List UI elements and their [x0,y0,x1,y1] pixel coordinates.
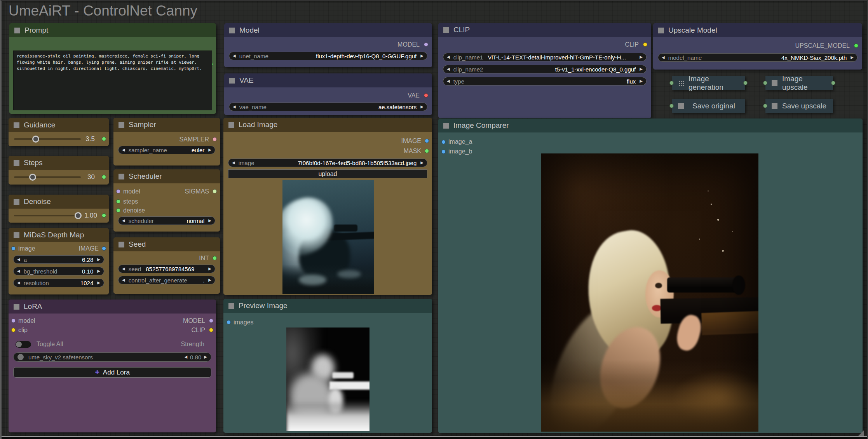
decrement-arrow-icon[interactable]: ◀ [233,54,236,58]
node-header[interactable]: MiDaS Depth Map [9,228,109,242]
node-header[interactable]: VAE [224,73,432,87]
upload-button[interactable]: upload [228,169,427,178]
output-port-mask[interactable] [425,149,429,153]
node-midas-depth-map[interactable]: MiDaS Depth Map image IMAGE ◀ a 6.28 ▶ ◀… [9,228,109,294]
collapse-toggle-icon[interactable] [658,28,664,33]
node-lora[interactable]: LoRA model MODEL clip CLIP Toggle All St… [9,300,216,432]
input-port-image-b[interactable] [441,150,446,154]
node-header[interactable]: Prompt [9,23,216,37]
node-header[interactable]: Denoise [9,195,109,209]
decrement-arrow-icon[interactable]: ◀ [122,148,125,152]
input-port-model[interactable] [116,189,120,193]
midas-bg-threshold-number[interactable]: ◀ bg_threshold 0.10 ▶ [13,267,104,275]
node-scheduler[interactable]: Scheduler model SIGMAS steps denoise ◀ s… [113,169,220,232]
increment-arrow-icon[interactable]: ▶ [208,219,211,223]
collapse-toggle-icon[interactable] [14,160,19,166]
collapse-toggle-icon[interactable] [14,232,19,238]
input-port-image[interactable] [11,246,16,251]
input-port-model[interactable] [11,319,16,323]
input-port[interactable] [763,104,767,108]
clip-name2-combo[interactable]: ◀ clip_name2 t5-v1_1-xxl-encoder-Q8_0.gg… [443,65,647,73]
collapsed-node-save-original[interactable]: Save original [672,99,745,113]
lora-enable-switch[interactable] [17,354,24,360]
decrement-arrow-icon[interactable]: ◀ [17,269,20,273]
output-port[interactable] [102,213,106,218]
decrement-arrow-icon[interactable]: ◀ [17,258,20,261]
node-model[interactable]: Model MODEL ◀ unet_name flux1-depth-dev-… [224,23,432,67]
node-header[interactable]: Load Image [223,118,432,132]
increment-arrow-icon[interactable]: ▶ [851,56,854,59]
output-port-image[interactable] [425,139,429,143]
increment-arrow-icon[interactable]: ▶ [420,105,424,109]
collapse-toggle-icon[interactable] [119,122,124,128]
decrement-arrow-icon[interactable]: ◀ [447,79,450,83]
increment-arrow-icon[interactable]: ▶ [204,355,207,359]
increment-arrow-icon[interactable]: ▶ [97,258,100,261]
decrement-arrow-icon[interactable]: ◀ [122,267,125,271]
decrement-arrow-icon[interactable]: ◀ [184,355,187,359]
steps-slider-knob[interactable] [29,174,36,181]
node-header[interactable]: Steps [9,156,109,170]
increment-arrow-icon[interactable]: ▶ [640,55,643,59]
increment-arrow-icon[interactable]: ▶ [420,161,424,165]
node-clip[interactable]: CLIP CLIP ◀ clip_name1 ViT-L-14-TEXT-det… [438,23,651,118]
node-header[interactable]: Model [224,23,432,37]
collapse-toggle-icon[interactable] [229,78,235,84]
increment-arrow-icon[interactable]: ▶ [640,79,643,83]
vae-name-combo[interactable]: ◀ vae_name ae.safetensors ▶ [229,103,427,111]
collapse-toggle-icon[interactable] [772,80,777,86]
decrement-arrow-icon[interactable]: ◀ [232,161,235,165]
node-denoise[interactable]: Denoise 1.00 [9,195,109,223]
output-port[interactable] [831,81,835,85]
node-steps[interactable]: Steps 30 [9,156,109,185]
guidance-slider-track[interactable] [14,138,81,140]
node-header[interactable]: Preview Image [223,299,432,313]
input-port[interactable] [669,104,674,108]
output-port[interactable] [743,81,748,85]
node-sampler[interactable]: Sampler SAMPLER ◀ sampler_name euler ▶ [113,118,220,165]
node-header[interactable]: Guidance [9,118,109,132]
comparer-image[interactable] [541,153,758,432]
image-file-combo[interactable]: ◀ image 7f06bf0d-167e-4ed5-bd88-1b505f53… [228,159,427,167]
output-port-model[interactable] [424,42,428,47]
seed-number[interactable]: ◀ seed 852577689784569 ▶ [118,265,215,273]
decrement-arrow-icon[interactable]: ◀ [233,105,236,109]
input-port-steps[interactable] [116,199,120,204]
denoise-slider-knob[interactable] [75,212,82,219]
decrement-arrow-icon[interactable]: ◀ [122,219,125,223]
collapse-toggle-icon[interactable] [678,103,684,109]
collapse-toggle-icon[interactable] [443,27,449,33]
node-image-comparer[interactable]: Image Comparer image_a image_b [438,118,863,433]
input-port-denoise[interactable] [116,208,120,213]
node-load-image[interactable]: Load Image IMAGE MASK ◀ image 7f06bf0d-1… [223,118,432,295]
collapse-toggle-icon[interactable] [443,123,449,129]
increment-arrow-icon[interactable]: ▶ [208,278,211,282]
node-seed[interactable]: Seed INT ◀ seed 852577689784569 ▶ ◀ cont… [113,237,220,294]
clip-type-combo[interactable]: ◀ type flux ▶ [443,77,647,85]
collapse-toggle-icon[interactable] [14,122,19,128]
increment-arrow-icon[interactable]: ▶ [640,67,643,71]
increment-arrow-icon[interactable]: ▶ [208,148,211,152]
node-header[interactable]: Upscale Model [653,23,862,37]
scheduler-combo[interactable]: ◀ scheduler normal ▶ [118,216,215,225]
collapse-toggle-icon[interactable] [228,122,234,128]
node-header[interactable]: Image Comparer [438,118,863,132]
input-port-clip[interactable] [11,328,16,332]
node-header[interactable]: Seed [113,237,220,251]
collapsed-node-image-upscale[interactable]: Image upscale [765,76,833,90]
output-port-vae[interactable] [424,93,428,98]
output-port[interactable] [102,175,106,179]
decrement-arrow-icon[interactable]: ◀ [447,67,450,71]
increment-arrow-icon[interactable]: ▶ [97,269,100,273]
output-port-int[interactable] [213,256,217,260]
collapse-toggle-icon[interactable] [14,304,19,310]
denoise-slider-track[interactable] [14,215,81,216]
output-port-image[interactable] [102,246,106,251]
toggle-all-switch[interactable] [16,341,31,348]
unet-name-combo[interactable]: ◀ unet_name flux1-depth-dev-fp16-Q8_0-GG… [229,52,427,60]
node-header[interactable]: LoRA [9,300,216,314]
collapse-toggle-icon[interactable] [14,199,19,205]
decrement-arrow-icon[interactable]: ◀ [122,278,125,282]
lora-entry-row[interactable]: ume_sky_v2.safetensors ◀ 0.80 ▶ [13,352,211,362]
node-upscale-model[interactable]: Upscale Model UPSCALE_MODEL ◀ model_name… [653,23,862,70]
